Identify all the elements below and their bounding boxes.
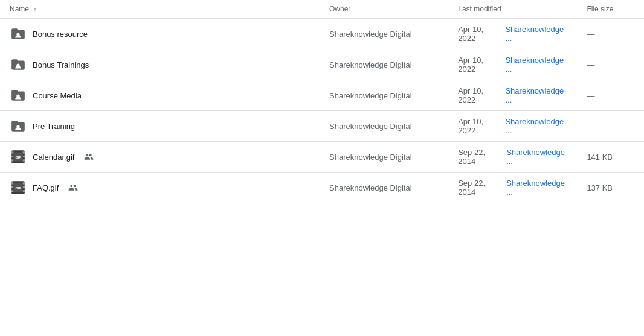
svg-rect-7 <box>11 159 13 161</box>
svg-rect-15 <box>11 186 13 188</box>
file-modified: Apr 10, 2022Shareknowledge ... <box>451 111 579 142</box>
table-row[interactable]: Course MediaShareknowledge DigitalApr 10… <box>0 80 644 111</box>
folder-shared-icon <box>10 87 27 104</box>
svg-rect-8 <box>23 151 25 153</box>
modified-date: Apr 10, 2022 <box>458 25 503 43</box>
table-row[interactable]: Bonus resourceShareknowledge DigitalApr … <box>0 19 644 49</box>
modified-by: Shareknowledge ... <box>505 86 572 104</box>
folder-shared-icon <box>10 118 27 135</box>
file-owner: Shareknowledge Digital <box>322 80 451 111</box>
svg-rect-16 <box>11 190 13 192</box>
col-header-modified[interactable]: Last modified <box>451 0 579 19</box>
modified-by: Shareknowledge ... <box>505 25 572 43</box>
svg-rect-14 <box>11 182 13 184</box>
file-owner: Shareknowledge Digital <box>322 173 451 203</box>
file-modified: Apr 10, 2022Shareknowledge ... <box>451 80 579 111</box>
file-size: — <box>579 49 644 80</box>
modified-date: Apr 10, 2022 <box>458 86 503 104</box>
modified-by: Shareknowledge ... <box>506 148 572 166</box>
file-modified: Sep 22, 2014Shareknowledge ... <box>451 142 579 173</box>
shared-badge-icon <box>68 183 78 192</box>
file-name: Pre Training <box>33 122 75 131</box>
folder-shared-icon <box>10 25 27 42</box>
file-size: — <box>579 80 644 111</box>
table-row[interactable]: Bonus TrainingsShareknowledge DigitalApr… <box>0 49 644 80</box>
svg-rect-19 <box>23 190 25 192</box>
file-name: Course Media <box>33 91 82 100</box>
col-size-label: File size <box>587 5 613 13</box>
col-header-name[interactable]: Name ↑ <box>0 0 322 19</box>
svg-text:GIF: GIF <box>15 156 21 159</box>
col-owner-label: Owner <box>329 5 350 13</box>
table-row[interactable]: Pre TrainingShareknowledge DigitalApr 10… <box>0 111 644 142</box>
file-modified: Apr 10, 2022Shareknowledge ... <box>451 49 579 80</box>
file-owner: Shareknowledge Digital <box>322 111 451 142</box>
svg-rect-10 <box>23 159 25 161</box>
file-modified: Apr 10, 2022Shareknowledge ... <box>451 19 579 49</box>
file-name: Calendar.gif <box>33 153 74 162</box>
modified-by: Shareknowledge ... <box>505 117 572 135</box>
col-name-label: Name <box>10 5 29 13</box>
file-owner: Shareknowledge Digital <box>322 142 451 173</box>
sort-arrow-icon: ↑ <box>33 5 37 13</box>
svg-rect-5 <box>11 151 13 153</box>
modified-date: Apr 10, 2022 <box>458 55 503 74</box>
gif-file-icon: GIF <box>10 179 27 196</box>
file-size: — <box>579 19 644 49</box>
modified-by: Shareknowledge ... <box>506 179 572 197</box>
svg-rect-18 <box>23 186 25 188</box>
gif-file-icon: GIF <box>10 148 27 165</box>
file-name: Bonus resource <box>33 30 88 39</box>
file-owner: Shareknowledge Digital <box>322 49 451 80</box>
file-list-table: Name ↑ Owner Last modified File size Bon… <box>0 0 644 203</box>
table-row[interactable]: GIF FAQ.gif Shareknowledge DigitalSep 22… <box>0 173 644 203</box>
svg-text:GIF: GIF <box>15 186 21 190</box>
file-name: Bonus Trainings <box>33 60 89 69</box>
file-size: 137 KB <box>579 173 644 203</box>
col-header-size[interactable]: File size <box>579 0 644 19</box>
svg-rect-6 <box>11 156 13 157</box>
svg-rect-17 <box>23 182 25 184</box>
file-modified: Sep 22, 2014Shareknowledge ... <box>451 173 579 203</box>
modified-date: Sep 22, 2014 <box>458 148 504 166</box>
shared-badge-icon <box>84 152 94 162</box>
table-row[interactable]: GIF Calendar.gif Shareknowledge DigitalS… <box>0 142 644 173</box>
modified-date: Sep 22, 2014 <box>458 179 504 197</box>
file-size: — <box>579 111 644 142</box>
file-name: FAQ.gif <box>33 183 59 192</box>
modified-by: Shareknowledge ... <box>505 55 572 74</box>
file-owner: Shareknowledge Digital <box>322 19 451 49</box>
modified-date: Apr 10, 2022 <box>458 117 503 135</box>
file-size: 141 KB <box>579 142 644 173</box>
col-header-owner[interactable]: Owner <box>322 0 451 19</box>
col-modified-label: Last modified <box>458 5 501 13</box>
folder-shared-icon <box>10 56 27 73</box>
svg-rect-9 <box>23 156 25 157</box>
